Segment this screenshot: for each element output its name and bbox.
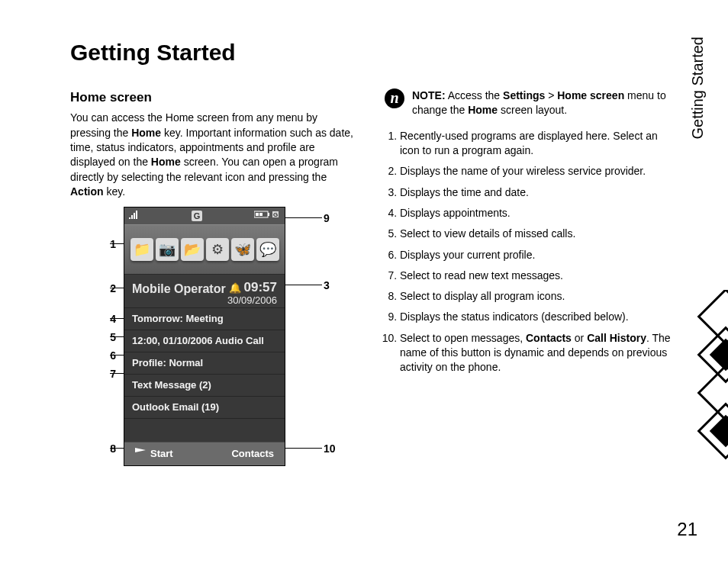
svg-rect-10 [710, 339, 728, 371]
recent-programs-strip: 📁 📷 📂 ⚙ 🦋 💬 [124, 224, 285, 274]
text: Select to open messages, [400, 332, 526, 344]
bold-contacts: Contacts [526, 332, 572, 344]
appointment-row: Tomorrow: Meeting [124, 307, 285, 330]
text: or [572, 332, 587, 344]
callout-label-10: 10 [324, 442, 336, 456]
note-box: n NOTE: Access the Settings > Home scree… [385, 88, 675, 118]
svg-rect-8 [699, 366, 728, 420]
list-item: Displays the name of your wireless servi… [400, 164, 675, 179]
operator-time-row: Mobile Operator 🔔09:57 30/09/2006 [124, 274, 285, 307]
bold-call-history: Call History [587, 332, 646, 344]
softkey-right-label: Contacts [231, 447, 274, 461]
windows-flag-icon [135, 448, 146, 457]
home-screen-figure: 1 2 4 5 6 7 8 9 3 10 [70, 207, 360, 466]
right-column: n NOTE: Access the Settings > Home scree… [385, 88, 675, 466]
leader-line [110, 355, 124, 355]
leader-line [110, 448, 124, 449]
bold-home-screen: Home screen [557, 89, 624, 101]
svg-rect-3 [268, 213, 269, 216]
list-item: Displays the time and date. [400, 185, 675, 200]
bold-home-1: Home [131, 127, 161, 139]
folder-icon: 📁 [130, 238, 153, 261]
leader-line [110, 336, 124, 337]
folder-icon: 📂 [181, 238, 204, 261]
phone-status-bar: G G [124, 208, 285, 224]
list-item: Select to display all program icons. [400, 289, 675, 304]
profile-row: Profile: Normal [124, 352, 285, 374]
time-text: 09:57 [244, 280, 277, 294]
note-lead: NOTE: [412, 89, 446, 101]
text: > [545, 89, 557, 101]
text-message-row: Text Message (2) [124, 374, 285, 396]
manual-page: Getting Started Home screen You can acce… [0, 0, 728, 563]
two-column-layout: Home screen You can access the Home scre… [70, 88, 675, 466]
callout-label-3: 3 [324, 278, 330, 293]
date-text: 30/09/2006 [227, 294, 277, 306]
clock-block: 🔔09:57 30/09/2006 [227, 281, 277, 306]
svg-rect-6 [699, 290, 728, 343]
alarm-icon: 🔔 [229, 282, 241, 294]
bold-home-2: Home [151, 156, 181, 168]
svg-text:G: G [273, 211, 278, 218]
camera-icon: 📷 [156, 238, 179, 261]
list-item: Select to open messages, Contacts or Cal… [400, 331, 675, 375]
svg-rect-11 [710, 415, 728, 447]
list-item: Recently-used programs are displayed her… [400, 129, 675, 159]
note-text: NOTE: Access the Settings > Home screen … [412, 88, 675, 118]
softkey-bar: Start Contacts [124, 442, 285, 465]
list-item: Displays the status indicators (describe… [400, 310, 675, 324]
leader-line [110, 243, 124, 244]
leader-line [110, 318, 124, 319]
phone-screenshot: G G 📁 [124, 207, 285, 466]
list-item: Displays appointments. [400, 206, 675, 220]
battery-icon: G [254, 210, 280, 223]
list-item: Displays your current profile. [400, 248, 675, 262]
callout-legend-list: Recently-used programs are displayed her… [385, 129, 675, 375]
text: Access the [446, 89, 503, 101]
bold-action: Action [70, 185, 104, 198]
softkey-left-label: Start [150, 448, 173, 459]
callout-label-5: 5 [101, 330, 116, 345]
leader-line [110, 288, 124, 288]
callout-label-1: 1 [101, 237, 116, 252]
page-number: 21 [677, 519, 697, 540]
bold-settings: Settings [503, 89, 545, 101]
spacer [124, 418, 285, 442]
callout-label-2: 2 [101, 282, 116, 296]
svg-rect-1 [256, 213, 259, 216]
outlook-email-row: Outlook Email (19) [124, 396, 285, 418]
signal-icon [129, 210, 140, 223]
callout-label-8: 8 [101, 442, 116, 456]
text: key. [104, 185, 126, 198]
bold-home: Home [468, 104, 498, 116]
list-item: Select to read new text messages. [400, 269, 675, 283]
leader-line [285, 285, 322, 285]
page-title: Getting Started [70, 40, 675, 66]
list-item: Select to view details of missed calls. [400, 227, 675, 241]
callout-label-9: 9 [324, 211, 330, 226]
media-icon: 🦋 [231, 238, 254, 261]
callout-label-4: 4 [101, 312, 116, 327]
gprs-icon: G [192, 211, 202, 221]
home-list: Tomorrow: Meeting 12:00, 01/10/2006 Audi… [124, 307, 285, 418]
chat-icon: 💬 [256, 238, 279, 261]
gear-icon: ⚙ [206, 238, 229, 261]
section-heading-home-screen: Home screen [70, 88, 360, 106]
leader-line [285, 448, 322, 449]
callout-label-7: 7 [101, 367, 116, 381]
leader-line [285, 217, 322, 218]
svg-rect-2 [259, 213, 263, 216]
leader-line [110, 373, 124, 374]
decorative-ornament [691, 290, 728, 473]
call-row: 12:00, 01/10/2006 Audio Call [124, 330, 285, 352]
side-tab-label: Getting Started [689, 37, 707, 140]
operator-name: Mobile Operator [132, 281, 226, 298]
text: screen layout. [498, 104, 567, 116]
note-icon: n [385, 88, 404, 108]
left-column: Home screen You can access the Home scre… [70, 88, 360, 466]
intro-paragraph: You can access the Home screen from any … [70, 111, 360, 199]
softkey-left: Start [135, 447, 173, 461]
callout-label-6: 6 [101, 349, 116, 363]
